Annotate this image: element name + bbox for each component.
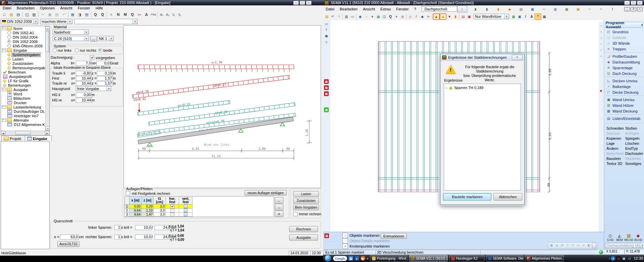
- strip-icon[interactable]: ▫: [599, 48, 603, 52]
- print-icon[interactable]: ▥: [343, 14, 350, 19]
- report-icon[interactable]: ▤: [83, 11, 90, 18]
- hor-fest-checkbox[interactable]: [170, 205, 174, 209]
- tau-2-icon[interactable]: τ₂: [177, 12, 183, 17]
- monitor-3d-icon[interactable]: ▣: [517, 14, 523, 19]
- system-table-icon[interactable]: ▦: [69, 11, 76, 18]
- lock-2-icon[interactable]: ▮: [481, 6, 493, 12]
- undo-icon[interactable]: ↶: [60, 11, 67, 18]
- cmd-schneiden[interactable]: Schneiden: [606, 126, 625, 130]
- strip-icon[interactable]: ▫: [599, 24, 603, 28]
- dialog-titlebar[interactable]: Ergebnisse der Statikberechnungen ×: [440, 54, 524, 61]
- pencil-icon[interactable]: /: [607, 6, 618, 12]
- tree-item-lastweiterleitung[interactable]: Lastweiterleitung: [1, 105, 49, 109]
- storey-spinner[interactable]: ▴▾: [457, 6, 467, 12]
- traufe-re-x-field[interactable]: 10,44: [76, 81, 92, 86]
- wood-type-combo[interactable]: Nadelholz▾: [53, 30, 89, 35]
- select-icon[interactable]: ▭: [324, 21, 329, 26]
- tree-item-lasten[interactable]: Lasten: [1, 57, 49, 61]
- sigma-1-icon[interactable]: σ₁: [159, 12, 165, 17]
- mark-objects-label[interactable]: Objekte markieren: [350, 233, 380, 237]
- print-preview-icon[interactable]: ◫: [23, 11, 31, 18]
- system-lines-icon[interactable]: ≡: [108, 11, 115, 18]
- open-icon[interactable]: ▨: [8, 11, 15, 18]
- tree-item-din2008[interactable]: DIN 1052:2008: [1, 39, 49, 44]
- fra-icon[interactable]: FRA: [150, 11, 157, 18]
- collapse-icon[interactable]: [2, 88, 6, 91]
- mark-mode-icon[interactable]: ▦: [324, 233, 329, 238]
- radio-icon[interactable]: [7, 31, 11, 35]
- scroll-up-icon[interactable]: ▴: [46, 26, 50, 31]
- cell-z[interactable]: 0,29: [142, 205, 154, 209]
- collapse-icon[interactable]: [2, 105, 6, 109]
- wood-grade-combo[interactable]: C 24 (S10)▾: [53, 36, 89, 41]
- taskbar-sema-web[interactable]: SEMA Software. Die ...: [486, 255, 524, 262]
- minimize-icon[interactable]: –: [293, 1, 299, 5]
- image-icon[interactable]: ▣: [573, 6, 584, 12]
- moment-icon[interactable]: M: [122, 11, 129, 18]
- cmd-lage[interactable]: Lage: [606, 141, 625, 145]
- chevron-down-icon[interactable]: ▾: [33, 19, 38, 24]
- calculator-icon[interactable]: ▦: [511, 14, 517, 19]
- text-icon[interactable]: T: [324, 28, 329, 32]
- dimension-icon[interactable]: ◇: [324, 40, 329, 44]
- new-icon[interactable]: □: [1, 11, 8, 18]
- expand-icon[interactable]: ▷: [445, 86, 447, 89]
- ie-icon[interactable]: e: [355, 256, 359, 261]
- start-button[interactable]: [324, 255, 332, 262]
- cmd-aendern[interactable]: Ändern: [606, 146, 625, 150]
- point-icon[interactable]: ◆: [419, 14, 425, 19]
- alpha-li-field[interactable]: 7,0: [76, 61, 92, 66]
- mcad-button[interactable]: ▩MCAD: [624, 233, 633, 242]
- row-number[interactable]: 1: [125, 205, 129, 209]
- messenger-icon[interactable]: ●: [611, 256, 615, 261]
- radio-beide[interactable]: [98, 48, 102, 52]
- trim-icon[interactable]: ✂: [425, 14, 431, 19]
- menu-ansicht[interactable]: Ansicht: [360, 7, 378, 11]
- right-count-field[interactable]: 1: [114, 234, 121, 239]
- tree-item-berechnen[interactable]: Berechnen: [1, 70, 49, 74]
- volume-icon[interactable]: ◁: [627, 256, 631, 261]
- chevron-down-icon[interactable]: ▾: [106, 86, 111, 91]
- left-count-field[interactable]: 1: [114, 225, 121, 230]
- close-icon[interactable]: ×: [306, 1, 312, 5]
- tree-item-word[interactable]: Word: [1, 92, 49, 96]
- row-number[interactable]: 2: [125, 209, 129, 213]
- support-table[interactable]: x [m] z [m] t1[cm] hor.fest vert.fest 1 …: [124, 196, 274, 217]
- tree-item-bemerkungen[interactable]: Bemerkungen: [1, 83, 49, 87]
- mini-tool-icon[interactable]: ▫: [328, 239, 331, 243]
- radio-selected-icon[interactable]: [7, 40, 11, 43]
- redo-icon[interactable]: ↷: [336, 14, 342, 19]
- append-row-button[interactable]: →: [275, 204, 283, 210]
- deflection-icon[interactable]: Δ: [143, 11, 150, 18]
- floor-og-icon[interactable]: ▦: [324, 85, 329, 90]
- hausgrund-combo[interactable]: freie Vorgabe▾: [76, 86, 111, 91]
- row-number[interactable]: 3: [125, 213, 129, 217]
- grid-icon[interactable]: ▦: [375, 14, 381, 19]
- bem-button[interactable]: ◭BEM: [615, 233, 624, 242]
- cell-t1[interactable]: 3,0: [154, 205, 166, 209]
- chevron-down-icon[interactable]: ▾: [109, 36, 113, 41]
- panel-item-wand-umriss[interactable]: ▣Wand Umriss: [604, 97, 644, 102]
- lightbulb-icon[interactable]: ○: [363, 14, 369, 19]
- calculator-icon[interactable]: ▦: [561, 6, 573, 12]
- printer-icon[interactable]: ▥: [550, 6, 561, 12]
- collapse-icon[interactable]: [2, 48, 6, 52]
- delete-row-button[interactable]: ×: [275, 211, 283, 217]
- panel-item-sparrenlage[interactable]: ≋Sparrenlage: [604, 65, 644, 71]
- tree-item-bildschirm[interactable]: Bildschirm: [1, 96, 49, 100]
- left-titlebar[interactable]: Allgemeines Pfettendach D11 03/2009/B - …: [0, 0, 323, 5]
- taskbar-hundegger[interactable]: Hundegger K2: [449, 255, 485, 262]
- rechnen-button[interactable]: Rechnen: [289, 226, 318, 232]
- taskbar-posteingang[interactable]: Posteingang - Wind...: [370, 255, 408, 262]
- hg-li-field[interactable]: 0,00: [76, 92, 92, 97]
- traufe-li-x-field[interactable]: -0,80: [76, 71, 92, 76]
- close-icon[interactable]: ×: [512, 55, 523, 60]
- pan-icon[interactable]: +: [393, 14, 399, 19]
- cmd-sonstiges[interactable]: Sonstiges: [625, 162, 644, 166]
- cad-button[interactable]: ◎CAD: [606, 233, 615, 242]
- copy-icon[interactable]: ▣: [46, 11, 53, 18]
- open-icon[interactable]: ▨: [324, 14, 330, 19]
- cmd-kopieren[interactable]: Kopieren: [606, 136, 625, 140]
- traufe-li-z-field[interactable]: 0,19: [97, 71, 113, 76]
- scroll-thumb[interactable]: [46, 31, 49, 52]
